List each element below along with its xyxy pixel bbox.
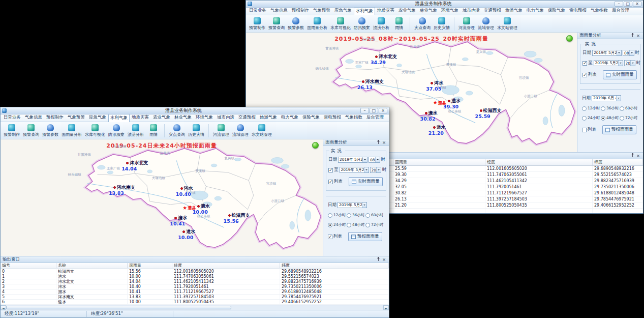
menu-tab[interactable]: 应急气象 [332,7,354,15]
live-hour-from-select[interactable]: 08 [623,50,634,56]
menu-tab[interactable]: 气象指数 [343,113,364,122]
pin-icon[interactable] [376,256,381,263]
toolbar-button[interactable]: 水库可视化 [329,17,352,31]
table-row[interactable]: 2 涔水北支 14.04 111.462105411342 29.8823475… [1,279,389,284]
table-row[interactable]: 5 涔水南支 13.83 111.397257184503 29.7854476… [1,295,389,300]
duration-radio[interactable]: 36小时 [601,106,620,111]
toolbar-button[interactable]: 水库可视化 [83,124,107,137]
menu-tab[interactable]: 气象信息 [268,7,290,15]
forecast-rain-button[interactable]: 预报面雨量 [602,125,636,134]
dropdown-arrow-icon[interactable] [629,50,634,55]
menu-tab[interactable]: 气象信息 [23,113,44,122]
menu-tab[interactable]: 环境气象 [439,7,461,15]
menu-tab[interactable]: 旅游气象 [258,113,279,122]
toolbar-button[interactable]: 预警制作 [248,17,267,31]
menu-tab[interactable]: 雷电预报 [567,7,589,15]
duration-radio[interactable]: 24小时 [328,222,347,227]
toolbar-button[interactable]: 雨情 [391,17,410,31]
menu-tab[interactable]: 保险气象 [300,113,322,122]
duration-radio[interactable]: 12小时 [582,106,601,111]
scroll-thumb[interactable] [6,306,231,309]
minimize-button[interactable]: – [615,1,623,7]
map-area[interactable]: 2019-05-24日未来24小时预报面雨量 甘溪滩镇火连坡镇码头铺镇王家厂镇金… [1,139,323,256]
list-checkbox[interactable] [582,73,587,77]
horizontal-scrollbar[interactable] [1,305,389,310]
dropdown-arrow-icon[interactable] [618,61,623,66]
toolbar-button[interactable]: 预警参数 [286,17,305,31]
forecast-date-select[interactable]: 2019年 5月24日 [338,202,367,208]
dropdown-arrow-icon[interactable] [362,157,367,162]
menu-tab[interactable]: 气象预警 [66,113,87,122]
menu-tab[interactable]: 旅游气象 [503,7,525,15]
duration-radio[interactable]: 48小时 [601,115,620,121]
live-rain-button[interactable]: 实时面雨量 [603,70,637,79]
dropdown-arrow-icon[interactable] [376,167,381,172]
live-rain-button[interactable]: 实时面雨量 [349,177,383,186]
column-header[interactable]: 面雨量 [393,159,485,165]
to-checkbox[interactable] [328,168,333,172]
dropdown-arrow-icon[interactable] [364,167,369,172]
menu-tab[interactable]: 雷电预报 [322,113,343,122]
column-header[interactable]: 经度 [172,263,280,268]
list-checkbox[interactable] [328,180,333,184]
menu-tab[interactable]: 气象指数 [589,7,610,15]
duration-radio[interactable]: 48小时 [347,222,365,227]
duration-radio[interactable]: 24小时 [582,115,601,121]
pin-icon[interactable] [630,33,635,39]
table-row[interactable]: 0 松滋西支 15.56 112.001605605020 29.6890548… [1,269,389,274]
close-icon[interactable]: × [381,257,387,263]
dropdown-arrow-icon[interactable] [617,50,621,55]
toolbar-button[interactable]: 历史灾情 [187,124,209,137]
menu-tab[interactable]: 林业气象 [418,7,439,15]
toolbar-button[interactable]: 河流管理 [457,17,476,31]
toolbar-button[interactable]: 预警查询 [21,124,41,137]
column-header[interactable]: 纬度 [593,159,643,165]
toolbar-button[interactable]: 流域管理 [231,124,250,137]
menu-tab[interactable]: 电力气象 [279,113,300,122]
table-row[interactable]: 4 澹水 10.41 111.711219667527 29.618801248… [1,290,389,295]
toolbar-button[interactable]: 河流管理 [211,124,231,137]
duration-radio[interactable]: 12小时 [328,213,347,218]
menu-tab[interactable]: 环境气象 [194,113,215,122]
maximize-button[interactable]: □ [624,1,632,7]
table-row[interactable]: 6 道水 10.00 111.800525050435 29.406615295… [1,300,389,305]
live-date-from-select[interactable]: 2019年 5月25日 [592,50,622,56]
menu-tab[interactable]: 水利气象 [354,7,375,15]
dropdown-arrow-icon[interactable] [630,61,635,66]
menu-tab[interactable]: 城市内涝 [461,7,482,15]
scroll-right-icon[interactable] [383,305,389,310]
live-hour-to-select[interactable]: 20 [370,167,382,173]
list-checkbox[interactable] [328,235,332,239]
menu-tab[interactable]: 日常业务 [247,7,268,15]
minimize-button[interactable]: – [360,108,369,113]
menu-tab[interactable]: 保险气象 [546,7,567,15]
menu-tab[interactable]: 地质灾害 [130,113,151,122]
toolbar-button[interactable]: 面雨量分析 [305,17,329,31]
column-header[interactable]: 面雨量 [128,263,172,268]
toolbar-button[interactable]: 渍涝分析 [372,17,391,31]
duration-radio[interactable]: 72小时 [365,222,384,227]
toolbar-button[interactable]: 防汛预案 [107,124,126,137]
pin-icon[interactable] [376,139,381,146]
forecast-date-select[interactable]: 2019年 6月 4日 [592,95,621,101]
toolbar-button[interactable]: 防汛预案 [352,17,372,31]
close-button[interactable]: × [633,1,641,7]
menu-tab[interactable]: 预报制作 [44,113,66,122]
live-date-to-select[interactable]: 2019年 5月25日 [594,60,623,66]
table-row[interactable]: 3 涔水 10.40 111.7920051461 29.73502113500… [1,284,389,290]
toolbar-button[interactable]: 预警查询 [267,17,286,31]
column-header[interactable]: 编号 [1,263,56,268]
live-date-from-select[interactable]: 2019年 5月25日 [338,157,367,163]
toolbar-button[interactable]: 预警参数 [41,124,60,137]
menu-tab[interactable]: 后台管理 [610,7,631,15]
menu-tab[interactable]: 交通预报 [482,7,503,15]
menu-tab[interactable]: 预报制作 [290,7,311,15]
menu-tab[interactable]: 电力气象 [525,7,546,15]
toolbar-button[interactable]: 面雨量分析 [60,124,83,137]
toolbar-button[interactable]: 水文站管理 [496,17,519,31]
toolbar-button[interactable]: 水文站管理 [250,124,273,137]
close-icon[interactable]: × [381,140,387,146]
toolbar-button[interactable]: 灾点查询 [413,17,432,31]
duration-radio[interactable]: 36小时 [347,213,365,218]
column-header[interactable]: 名称 [56,263,128,268]
